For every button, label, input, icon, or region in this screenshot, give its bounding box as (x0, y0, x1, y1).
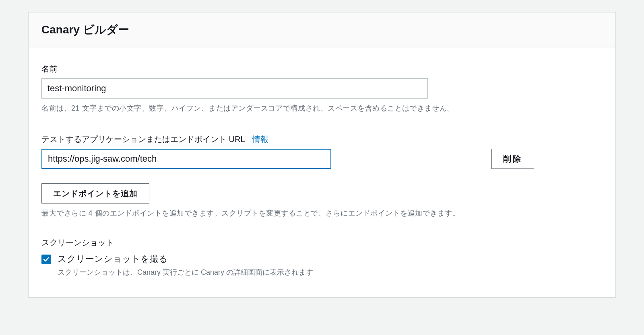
panel-body: 名前 名前は、21 文字までの小文字、数字、ハイフン、またはアンダースコアで構成… (29, 47, 615, 297)
endpoint-row: 削除 (41, 149, 603, 169)
endpoint-field-group: テストするアプリケーションまたはエンドポイント URL 情報 削除 エンドポイン… (41, 134, 603, 218)
add-endpoint-button[interactable]: エンドポイントを追加 (41, 183, 149, 203)
screenshot-checkbox-desc: スクリーンショットは、Canary 実行ごとに Canary の詳細画面に表示さ… (58, 267, 313, 277)
info-link[interactable]: 情報 (252, 134, 268, 145)
screenshot-checkbox[interactable] (41, 255, 51, 264)
delete-endpoint-button[interactable]: 削除 (491, 149, 534, 169)
name-label: 名前 (41, 64, 603, 74)
screenshot-checkbox-row: スクリーンショットを撮る スクリーンショットは、Canary 実行ごとに Can… (41, 253, 603, 277)
endpoint-label-row: テストするアプリケーションまたはエンドポイント URL 情報 (41, 134, 603, 145)
endpoint-url-input[interactable] (41, 149, 331, 169)
endpoint-hint: 最大でさらに 4 個のエンドポイントを追加できます。スクリプトを変更することで、… (41, 208, 603, 218)
panel-header: Canary ビルダー (29, 12, 615, 47)
screenshot-section-label: スクリーンショット (41, 237, 603, 248)
name-input[interactable] (41, 78, 428, 99)
screenshot-checkbox-content: スクリーンショットを撮る スクリーンショットは、Canary 実行ごとに Can… (58, 253, 313, 277)
screenshot-section: スクリーンショット スクリーンショットを撮る スクリーンショットは、Canary… (41, 237, 603, 277)
endpoint-label: テストするアプリケーションまたはエンドポイント URL (41, 134, 245, 145)
name-field-group: 名前 名前は、21 文字までの小文字、数字、ハイフン、またはアンダースコアで構成… (41, 64, 603, 113)
name-hint: 名前は、21 文字までの小文字、数字、ハイフン、またはアンダースコアで構成され、… (41, 103, 603, 113)
panel-title: Canary ビルダー (41, 22, 603, 37)
check-icon (43, 256, 50, 263)
screenshot-checkbox-label: スクリーンショットを撮る (58, 253, 313, 265)
canary-builder-panel: Canary ビルダー 名前 名前は、21 文字までの小文字、数字、ハイフン、ま… (28, 12, 616, 298)
